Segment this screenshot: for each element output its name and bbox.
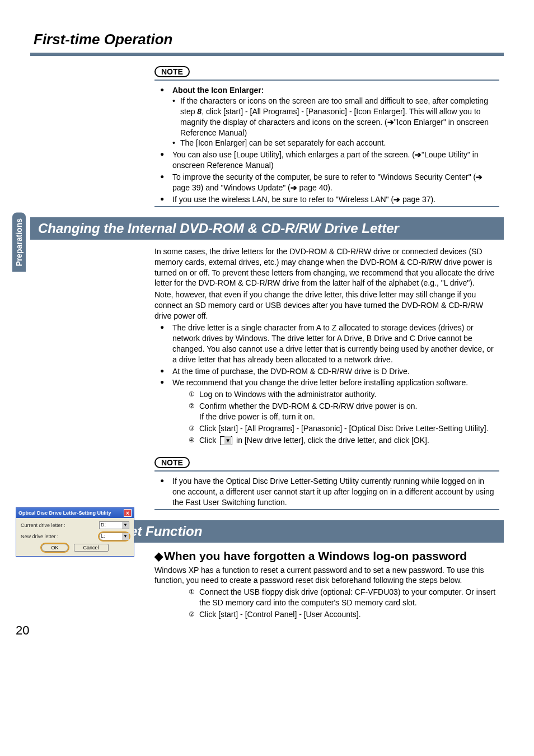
note2-b1: If you have the Optical Disc Drive Lette… (159, 476, 499, 508)
step-number-3-icon: ③ (187, 424, 196, 433)
note1-item-security: To improve the security of the computer,… (159, 172, 499, 193)
page-title: First-time Operation (0, 0, 534, 53)
section1-b3: We recommend that you change the drive l… (159, 377, 499, 388)
note1-list: About the Icon Enlarger: If the characte… (154, 85, 499, 205)
section1-b1: The drive letter is a single character f… (159, 323, 499, 365)
section2-subheading: ◆When you have forgotten a Windows log-o… (154, 549, 499, 563)
note1-b1-sub1: If the characters or icons on the screen… (172, 96, 499, 138)
note1-b1-sub2: The [Icon Enlarger] can be set separatel… (172, 138, 499, 148)
current-drive-select[interactable]: D:▼ (99, 521, 129, 529)
note1-b1-title: About the Icon Enlarger: (172, 86, 264, 95)
arrow-icon: ➔ (291, 183, 297, 192)
ok-button[interactable]: OK (41, 544, 68, 552)
section1-step2: ②Confirm whether the DVD-ROM & CD-R/RW d… (188, 401, 499, 422)
section2-step2: ②Click [start] - [Control Panel] - [User… (188, 609, 499, 620)
section1-bullets: The drive letter is a single character f… (154, 323, 499, 388)
section2-p1: Windows XP has a function to reset a cur… (154, 565, 499, 586)
step-number-1-icon: ① (187, 390, 196, 399)
arrow-icon: ➔ (387, 118, 394, 127)
note-divider-2a (154, 470, 499, 472)
chevron-down-icon: ▼ (122, 533, 129, 540)
arrow-icon: ➔ (476, 172, 483, 181)
utility-dialog: Optical Disc Drive Letter-Setting Utilit… (16, 507, 134, 557)
current-drive-label: Current drive letter : (21, 522, 97, 528)
new-drive-label: New drive letter : (21, 534, 97, 539)
section2-step1: ①Connect the USB floppy disk drive (opti… (188, 587, 499, 608)
note1-item-wlan: If you use the wireless LAN, be sure to … (159, 194, 499, 205)
side-tab-preparations: Preparations (12, 213, 26, 272)
step-number-2-icon: ② (187, 610, 196, 619)
close-icon[interactable]: × (124, 509, 132, 517)
dropdown-icon (220, 436, 232, 445)
chevron-down-icon: ▼ (122, 522, 129, 529)
step-number-2-icon: ② (187, 402, 196, 410)
section1-step3: ③Click [start] - [All Programs] - [Panas… (188, 423, 499, 434)
step-number-1-icon: ① (187, 587, 196, 596)
section1-step1: ①Log on to Windows with the administrato… (188, 389, 499, 400)
note1-item-loupe: You can also use [Loupe Utility], which … (159, 150, 499, 171)
section2-steps: ①Connect the USB floppy disk drive (opti… (154, 587, 499, 620)
note-divider-1b (154, 206, 499, 207)
section1-steps: ①Log on to Windows with the administrato… (154, 389, 499, 445)
cancel-button[interactable]: Cancel (74, 544, 109, 552)
note-divider-2b (154, 509, 499, 510)
diamond-icon: ◆ (154, 550, 163, 562)
section1-p2: Note, however, that even if you change t… (154, 290, 499, 321)
section1-p1: In some cases, the drive letters for the… (154, 246, 499, 289)
utility-titlebar: Optical Disc Drive Letter-Setting Utilit… (16, 508, 134, 518)
arrow-icon: ➔ (394, 195, 400, 204)
note-badge-2: NOTE (154, 457, 190, 468)
page-number: 20 (16, 623, 29, 638)
section1-b2: At the time of purchase, the DVD-ROM & C… (159, 366, 499, 377)
utility-title-text: Optical Disc Drive Letter-Setting Utilit… (18, 510, 111, 516)
note-badge-1: NOTE (154, 66, 190, 77)
arrow-icon: ➔ (415, 150, 421, 159)
note1-item-icon-enlarger: About the Icon Enlarger: If the characte… (159, 85, 499, 148)
section1-step4: ④Click in [New drive letter], click the … (188, 435, 499, 446)
section-heading-drive-letter: Changing the Internal DVD-ROM & CD-R/RW … (30, 217, 504, 240)
note2-list: If you have the Optical Disc Drive Lette… (154, 476, 499, 508)
note-divider-1a (154, 80, 499, 81)
step-number-4-icon: ④ (187, 436, 196, 445)
new-drive-select[interactable]: L:▼ (99, 533, 129, 540)
